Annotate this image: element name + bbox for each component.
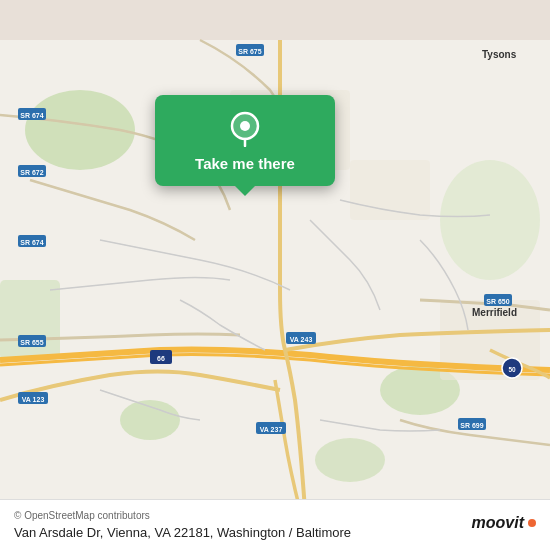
moovit-logo: moovit [472, 514, 536, 532]
svg-text:SR 650: SR 650 [486, 298, 509, 305]
attribution-text: © OpenStreetMap contributors [14, 510, 536, 521]
svg-text:SR 699: SR 699 [460, 422, 483, 429]
popup-card: Take me there [155, 95, 335, 186]
address-text: Van Arsdale Dr, Vienna, VA 22181, Washin… [14, 524, 536, 542]
take-me-there-button[interactable]: Take me there [195, 155, 295, 172]
svg-point-38 [240, 121, 250, 131]
svg-text:SR 674: SR 674 [20, 239, 43, 246]
svg-text:Tysons: Tysons [482, 49, 517, 60]
svg-text:VA 237: VA 237 [260, 426, 283, 433]
svg-text:SR 672: SR 672 [20, 169, 43, 176]
svg-text:SR 655: SR 655 [20, 339, 43, 346]
moovit-logo-dot [528, 519, 536, 527]
svg-rect-6 [0, 280, 60, 360]
svg-text:SR 674: SR 674 [20, 112, 43, 119]
svg-text:VA 243: VA 243 [290, 336, 313, 343]
svg-point-5 [315, 438, 385, 482]
location-pin-icon [227, 111, 263, 147]
moovit-logo-text: moovit [472, 514, 524, 532]
bottom-bar: © OpenStreetMap contributors Van Arsdale… [0, 499, 550, 550]
map-svg: 66 SR 674 SR 675 SR 672 SR 674 SR 655 VA… [0, 0, 550, 550]
svg-text:SR 675: SR 675 [238, 48, 261, 55]
svg-text:66: 66 [157, 355, 165, 362]
svg-text:50: 50 [508, 366, 516, 373]
svg-point-4 [440, 160, 540, 280]
svg-text:Merrifield: Merrifield [472, 307, 517, 318]
svg-text:VA 123: VA 123 [22, 396, 45, 403]
map-container: 66 SR 674 SR 675 SR 672 SR 674 SR 655 VA… [0, 0, 550, 550]
